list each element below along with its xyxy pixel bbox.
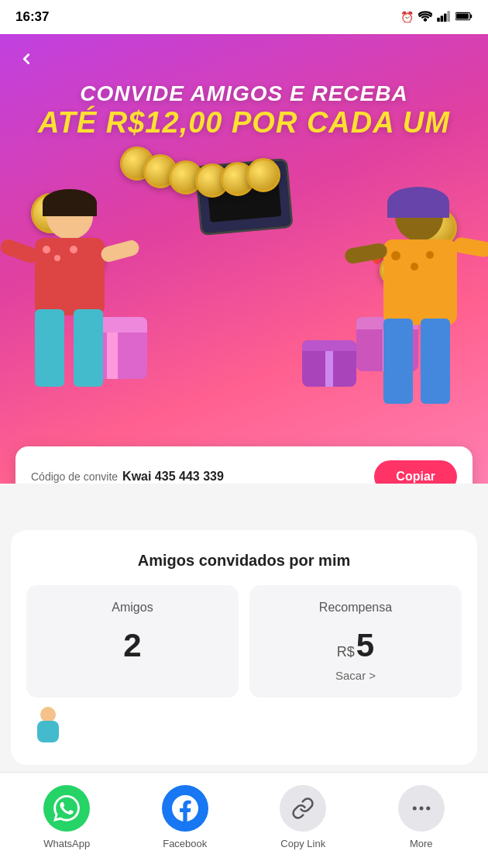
svg-point-7 — [413, 807, 417, 811]
friends-card: Amigos 2 — [26, 585, 239, 698]
stats-grid: Amigos 2 Recompensa R$5 Sacar > — [26, 585, 462, 698]
facebook-icon[interactable] — [162, 785, 208, 832]
status-icons: ⏰ — [400, 11, 473, 24]
copylink-label: Copy Link — [280, 838, 325, 849]
share-facebook[interactable]: Facebook — [154, 785, 216, 849]
svg-rect-3 — [447, 11, 450, 22]
wifi-icon — [418, 11, 432, 24]
reward-label: Recompensa — [265, 601, 446, 615]
back-button[interactable] — [12, 45, 40, 73]
hero-scene: ❤️ 💜 — [0, 131, 488, 441]
invite-code-value: Kwai 435 443 339 — [122, 470, 224, 484]
share-copylink[interactable]: Copy Link — [272, 785, 334, 849]
person-left — [0, 193, 147, 410]
more-icon[interactable] — [398, 785, 445, 832]
svg-rect-0 — [437, 17, 440, 21]
invite-code-label: Código de convite — [31, 470, 118, 483]
svg-point-9 — [426, 807, 430, 811]
share-whatsapp[interactable]: WhatsApp — [36, 785, 98, 849]
reward-card: Recompensa R$5 Sacar > — [249, 585, 462, 698]
small-figure — [26, 707, 69, 749]
battery-icon — [455, 11, 473, 24]
status-time: 16:37 — [15, 9, 49, 25]
stats-section: Amigos convidados por mim Amigos 2 Recom… — [11, 530, 477, 765]
signal-icon — [437, 11, 451, 24]
hero-title-top: CONVIDE AMIGOS E RECEBA — [80, 81, 407, 107]
alarm-icon: ⏰ — [400, 11, 414, 23]
figure-section — [26, 707, 462, 749]
whatsapp-icon[interactable] — [43, 785, 90, 832]
invite-code-section: Código de convite Kwai 435 443 339 — [31, 470, 374, 484]
hero-banner: CONVIDE AMIGOS E RECEBA ATÉ R$12,00 POR … — [0, 34, 488, 484]
friends-label: Amigos — [42, 601, 223, 615]
facebook-label: Facebook — [163, 838, 207, 849]
reward-currency: R$ — [337, 644, 355, 660]
stats-title: Amigos convidados por mim — [26, 552, 462, 570]
invite-card: Código de convite Kwai 435 443 339 Copia… — [15, 446, 473, 484]
reward-value: R$5 — [265, 627, 446, 664]
svg-point-8 — [419, 807, 423, 811]
share-bar: WhatsApp Facebook Copy Link More — [0, 772, 488, 868]
svg-rect-6 — [456, 13, 469, 19]
copylink-icon[interactable] — [280, 785, 326, 832]
person-right — [341, 193, 488, 418]
svg-rect-1 — [441, 16, 444, 22]
whatsapp-label: WhatsApp — [43, 838, 90, 849]
svg-rect-2 — [444, 13, 447, 22]
share-more[interactable]: More — [390, 785, 452, 849]
friends-value: 2 — [42, 627, 223, 664]
svg-rect-5 — [470, 14, 472, 18]
more-label: More — [410, 838, 433, 849]
sacar-link[interactable]: Sacar > — [265, 669, 446, 682]
status-bar: 16:37 ⏰ — [0, 0, 488, 34]
copy-button[interactable]: Copiar — [374, 460, 457, 484]
